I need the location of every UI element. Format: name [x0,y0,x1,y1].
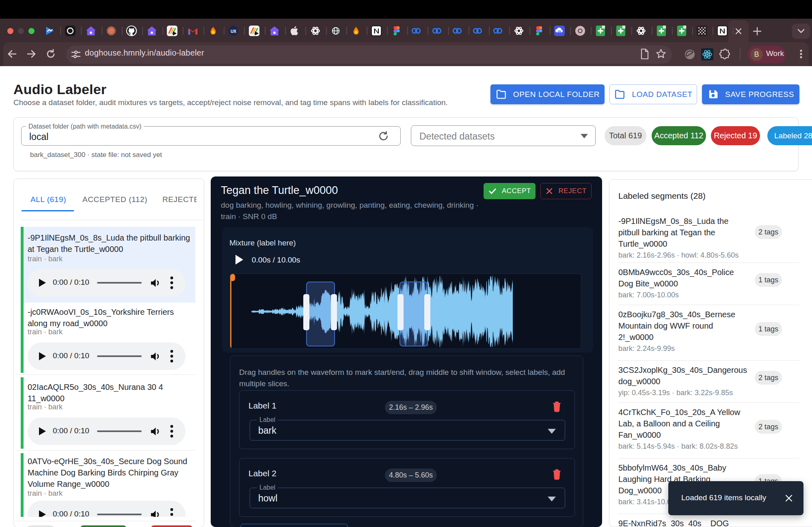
svg-text:UX: UX [231,29,236,34]
